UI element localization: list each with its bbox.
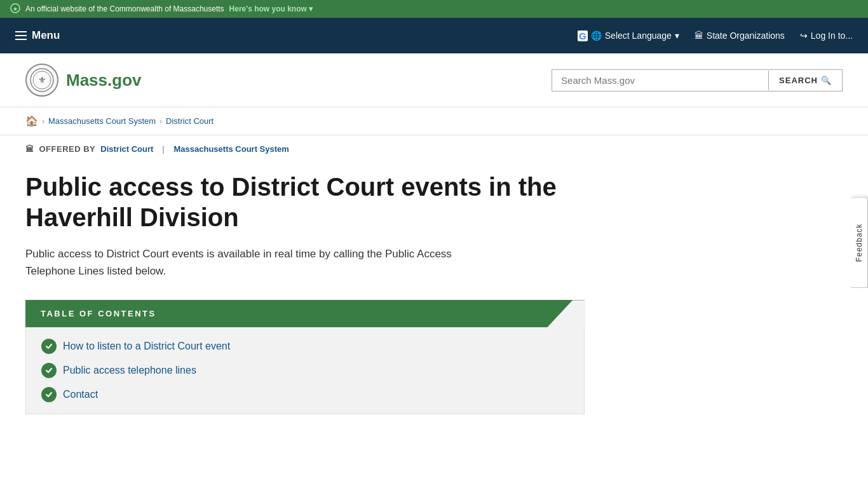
- page-description: Public access to District Court events i…: [25, 245, 502, 280]
- mass-seal-icon: ⚜: [25, 64, 58, 97]
- building-icon: 🏛: [695, 30, 703, 41]
- breadcrumb-item-2[interactable]: District Court: [166, 116, 214, 126]
- breadcrumb-item-1[interactable]: Massachusetts Court System: [48, 116, 156, 126]
- offered-by-divider: |: [162, 144, 165, 154]
- main-content: Public access to District Court events i…: [0, 159, 826, 450]
- toc-item-3: Contact: [41, 387, 569, 402]
- breadcrumb: 🏠 › Massachusetts Court System › Distric…: [0, 107, 868, 135]
- svg-text:⚜: ⚜: [38, 75, 46, 85]
- toc-link-3[interactable]: Contact: [63, 389, 98, 400]
- offered-by-link-2[interactable]: Massachusetts Court System: [174, 144, 289, 154]
- menu-label: Menu: [32, 29, 60, 42]
- breadcrumb-sep-2: ›: [159, 117, 162, 126]
- offered-by-link-1[interactable]: District Court: [100, 144, 153, 154]
- google-icon: G: [578, 30, 588, 41]
- toc-container: TABLE OF CONTENTS How to listen to a Dis…: [25, 300, 585, 414]
- nav-right: G 🌐 Select Language ▾ 🏛 State Organizati…: [578, 30, 853, 41]
- site-name: Mass.gov: [66, 71, 142, 90]
- search-input[interactable]: [552, 70, 768, 91]
- toc-link-1[interactable]: How to listen to a District Court event: [63, 341, 230, 352]
- toc-header: TABLE OF CONTENTS: [25, 300, 585, 327]
- search-icon: 🔍: [821, 76, 832, 85]
- heres-how-link[interactable]: Here's how you know ▾: [229, 4, 313, 13]
- google-translate-button[interactable]: G 🌐 Select Language ▾: [578, 30, 679, 41]
- toc-icon-2: [41, 363, 57, 378]
- banner-text: An official website of the Commonwealth …: [25, 4, 224, 13]
- hamburger-icon: [15, 31, 27, 40]
- offered-by: 🏛 OFFERED BY District Court | Massachuse…: [0, 135, 868, 159]
- toc-link-2[interactable]: Public access telephone lines: [63, 365, 196, 376]
- feedback-tab[interactable]: Feedback: [851, 198, 868, 291]
- login-icon: ↪: [800, 30, 808, 41]
- state-orgs-link[interactable]: 🏛 State Organizations: [695, 30, 785, 41]
- top-banner: ★ An official website of the Commonwealt…: [0, 0, 868, 18]
- nav-bar: Menu G 🌐 Select Language ▾ 🏛 State Organ…: [0, 18, 868, 53]
- toc-icon-1: [41, 339, 57, 354]
- building-icon-2: 🏛: [25, 144, 34, 154]
- toc-item-2: Public access telephone lines: [41, 363, 569, 378]
- site-header: ⚜ Mass.gov SEARCH 🔍: [0, 53, 868, 107]
- toc-icon-3: [41, 387, 57, 402]
- logo[interactable]: ⚜ Mass.gov: [25, 64, 142, 97]
- menu-toggle[interactable]: Menu: [15, 29, 60, 42]
- svg-text:★: ★: [13, 6, 18, 12]
- page-title: Public access to District Court events i…: [25, 172, 597, 233]
- feedback-button[interactable]: Feedback: [851, 198, 868, 288]
- search-area: SEARCH 🔍: [552, 69, 843, 92]
- breadcrumb-home[interactable]: 🏠: [25, 115, 38, 127]
- toc-body: How to listen to a District Court event …: [25, 327, 585, 414]
- login-link[interactable]: ↪ Log In to...: [800, 30, 853, 41]
- search-button[interactable]: SEARCH 🔍: [768, 71, 842, 90]
- breadcrumb-sep-1: ›: [42, 117, 44, 126]
- toc-item-1: How to listen to a District Court event: [41, 339, 569, 354]
- globe-icon: 🌐: [591, 30, 602, 41]
- seal-icon: ★: [10, 3, 20, 15]
